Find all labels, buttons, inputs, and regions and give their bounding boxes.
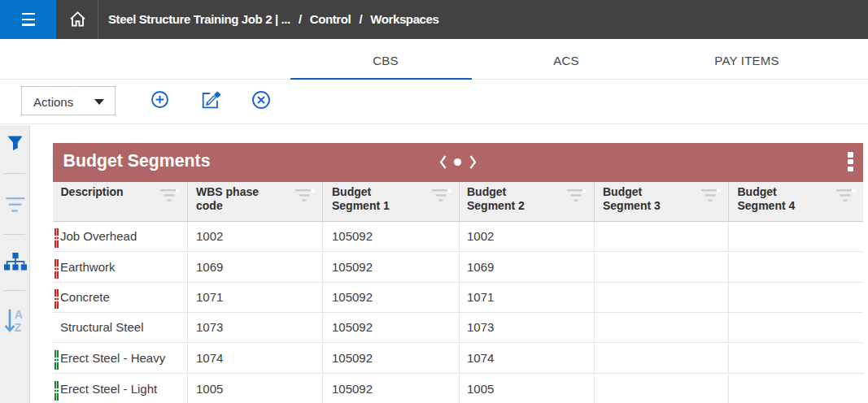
svg-text:Z: Z [15,320,22,332]
svg-text:A: A [15,309,23,321]
